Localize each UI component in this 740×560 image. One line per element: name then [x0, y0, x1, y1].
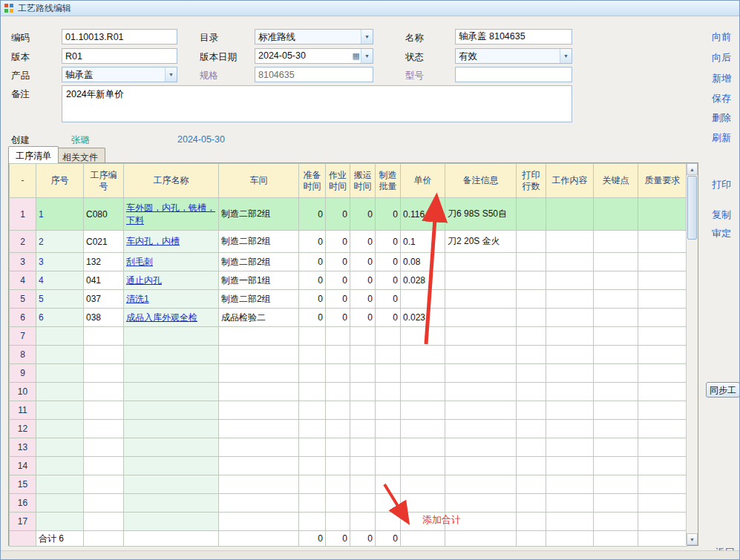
refresh-button[interactable]: 刷新 [712, 131, 740, 145]
scroll-up-icon[interactable]: ▲ [687, 163, 698, 175]
cell-workshop[interactable] [219, 457, 299, 475]
cell-note[interactable] [445, 420, 517, 438]
cell-unit-price[interactable] [401, 401, 445, 420]
cell-key-point[interactable] [594, 346, 638, 364]
model-input[interactable] [455, 67, 572, 82]
cell-move-time[interactable] [350, 346, 376, 364]
cell-print-rows[interactable] [517, 401, 546, 420]
cell-quality-req[interactable] [638, 231, 687, 253]
cell-work-time[interactable] [326, 346, 350, 364]
cell-key-point[interactable] [594, 231, 638, 253]
cell-note[interactable] [445, 475, 517, 494]
cell-process-name[interactable] [124, 494, 219, 513]
cell-prep-time[interactable]: 0 [299, 231, 326, 253]
cell-work-content[interactable] [546, 383, 594, 401]
cell-move-time[interactable] [350, 513, 376, 531]
cell-batch[interactable]: 0 [376, 309, 401, 327]
cell-row-number[interactable]: 6 [10, 309, 36, 327]
cell-seq[interactable]: 1 [36, 198, 84, 231]
cell-work-content[interactable] [546, 198, 594, 231]
table-row[interactable]: 9 [10, 364, 687, 383]
cell-key-point[interactable] [594, 438, 638, 457]
cell-quality-req[interactable] [638, 438, 687, 457]
cell-work-time[interactable]: 0 [326, 231, 350, 253]
table-row[interactable]: 12 [10, 420, 687, 438]
cell-work-content[interactable] [546, 438, 594, 457]
cell-work-content[interactable] [546, 346, 594, 364]
cell-row-number[interactable]: 15 [10, 475, 36, 494]
cell-workshop[interactable] [219, 420, 299, 438]
vertical-scrollbar[interactable]: ▲ ▼ [686, 163, 698, 545]
chevron-down-icon[interactable]: ▼ [165, 67, 177, 82]
move-forward-button[interactable]: 向前 [712, 30, 740, 44]
cell-quality-req[interactable] [638, 457, 687, 475]
cell-quality-req[interactable] [638, 383, 687, 401]
cell-process-name[interactable]: 成品入库外观全检 [124, 309, 219, 327]
cell-process-name[interactable] [124, 457, 219, 475]
chevron-down-icon[interactable]: ▼ [560, 49, 572, 63]
cell-prep-time[interactable] [299, 327, 326, 346]
cell-row-number[interactable]: 5 [10, 290, 36, 309]
table-row[interactable]: 14 [10, 457, 687, 475]
cell-quality-req[interactable] [638, 253, 687, 271]
table-row[interactable]: 33132刮毛刺制造二部2组00000.08 [10, 253, 687, 271]
cell-unit-price[interactable] [401, 475, 445, 494]
cell-batch[interactable]: 0 [376, 271, 401, 290]
cell-quality-req[interactable] [638, 346, 687, 364]
copy-button[interactable]: 复制 [712, 208, 740, 222]
cell-seq[interactable] [36, 364, 84, 383]
cell-print-rows[interactable] [517, 494, 546, 513]
cell-workshop[interactable]: 制造二部2组 [219, 198, 299, 231]
cell-prep-time[interactable] [299, 438, 326, 457]
cell-print-rows[interactable] [517, 198, 546, 231]
cell-prep-time[interactable] [299, 383, 326, 401]
cell-unit-price[interactable] [401, 383, 445, 401]
cell-key-point[interactable] [594, 401, 638, 420]
cell-key-point[interactable] [594, 475, 638, 494]
cell-row-number[interactable]: 2 [10, 231, 36, 253]
cell-note[interactable] [445, 364, 517, 383]
cell-process-code[interactable] [84, 475, 124, 494]
cell-batch[interactable] [376, 457, 401, 475]
cell-process-code[interactable]: 038 [84, 309, 124, 327]
cell-note[interactable] [445, 271, 517, 290]
cell-prep-time[interactable] [299, 513, 326, 531]
cell-move-time[interactable]: 0 [350, 271, 376, 290]
cell-process-name[interactable] [124, 513, 219, 531]
tab-related-files[interactable]: 相关文件 [55, 148, 105, 163]
cell-note[interactable] [445, 346, 517, 364]
cell-quality-req[interactable] [638, 475, 687, 494]
sync-process-button[interactable]: 同步工 [706, 382, 740, 398]
cell-work-content[interactable] [546, 513, 594, 531]
cell-batch[interactable] [376, 401, 401, 420]
scroll-down-icon[interactable]: ▼ [687, 533, 698, 545]
cell-row-number[interactable]: 7 [10, 327, 36, 346]
cell-row-number[interactable]: 16 [10, 494, 36, 513]
cell-seq[interactable] [36, 327, 84, 346]
cell-move-time[interactable] [350, 383, 376, 401]
table-row[interactable]: 66038成品入库外观全检成品检验二00000.023 [10, 309, 687, 327]
cell-prep-time[interactable]: 0 [299, 198, 326, 231]
cell-unit-price[interactable] [401, 346, 445, 364]
cell-batch[interactable]: 0 [376, 253, 401, 271]
cell-process-code[interactable]: C080 [84, 198, 124, 231]
cell-prep-time[interactable] [299, 401, 326, 420]
table-row[interactable]: 7 [10, 327, 687, 346]
table-row[interactable]: 11 [10, 401, 687, 420]
cell-move-time[interactable] [350, 420, 376, 438]
cell-workshop[interactable]: 制造一部1组 [219, 271, 299, 290]
cell-note[interactable]: 刀2 20S 金火 [445, 231, 517, 253]
cell-note[interactable]: 刀6 98S S50自 [445, 198, 517, 231]
cell-print-rows[interactable] [517, 346, 546, 364]
cell-process-code[interactable] [84, 346, 124, 364]
cell-move-time[interactable]: 0 [350, 309, 376, 327]
cell-work-time[interactable]: 0 [326, 253, 350, 271]
cell-note[interactable] [445, 401, 517, 420]
cell-quality-req[interactable] [638, 198, 687, 231]
cell-row-number[interactable]: 11 [10, 401, 36, 420]
cell-print-rows[interactable] [517, 231, 546, 253]
cell-seq[interactable]: 2 [36, 231, 84, 253]
add-button[interactable]: 新增 [712, 72, 740, 85]
cell-workshop[interactable] [219, 401, 299, 420]
cell-batch[interactable]: 0 [376, 231, 401, 253]
